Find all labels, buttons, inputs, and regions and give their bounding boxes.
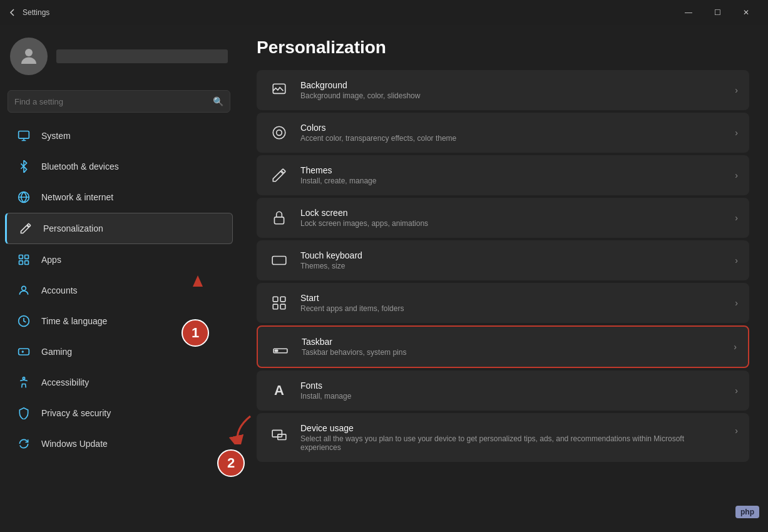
setting-themes[interactable]: Themes Install, create, manage › [257, 155, 749, 195]
page-title: Personalization [257, 38, 749, 58]
background-desc: Background image, color, slideshow [300, 91, 725, 100]
sidebar-item-bluetooth[interactable]: Bluetooth & devices [5, 151, 233, 182]
setting-touch-keyboard[interactable]: Touch keyboard Themes, size › [257, 240, 749, 280]
annotation-circle-2: 2 [217, 449, 245, 477]
sidebar-item-network[interactable]: Network & internet [5, 182, 233, 212]
sidebar-item-personalization-label: Personalization [43, 223, 103, 233]
sidebar-item-windows-update[interactable]: Windows Update [5, 429, 233, 459]
svg-point-0 [25, 49, 33, 56]
fonts-text: Fonts Install, manage [300, 381, 725, 401]
setting-device-usage[interactable]: Device usage Select all the ways you pla… [257, 413, 749, 462]
accounts-icon [15, 282, 33, 299]
annotation-circle-1: 1 [182, 319, 209, 347]
user-section [0, 25, 238, 88]
avatar [10, 38, 48, 75]
network-icon [15, 188, 33, 206]
sidebar-item-network-label: Network & internet [41, 192, 113, 202]
start-name: Start [300, 293, 725, 303]
svg-point-9 [23, 377, 24, 379]
setting-background[interactable]: Background Background image, color, slid… [257, 70, 749, 110]
content-area: 🔍 System B [0, 25, 768, 532]
svg-rect-3 [25, 255, 29, 259]
window-title: Settings [23, 8, 49, 17]
lock-screen-chevron: › [735, 213, 738, 223]
username-bar [56, 49, 228, 63]
setting-colors[interactable]: Colors Accent color, transparency effect… [257, 113, 749, 153]
titlebar: Settings — ☐ ✕ [0, 0, 768, 25]
nav-list: System Bluetooth & devices N [0, 120, 238, 459]
touch-keyboard-text: Touch keyboard Themes, size [300, 250, 725, 270]
taskbar-name: Taskbar [302, 337, 724, 347]
maximize-button[interactable]: ☐ [703, 0, 732, 25]
touch-keyboard-desc: Themes, size [300, 262, 725, 270]
back-icon[interactable] [8, 8, 18, 18]
sidebar-item-accessibility[interactable]: Accessibility [5, 367, 233, 397]
svg-point-6 [22, 286, 26, 290]
start-icon [268, 292, 290, 314]
themes-desc: Install, create, manage [300, 176, 725, 185]
setting-taskbar[interactable]: Taskbar Taskbar behaviors, system pins › [257, 325, 749, 368]
setting-fonts[interactable]: A Fonts Install, manage › [257, 371, 749, 411]
colors-desc: Accent color, transparency effects, colo… [300, 134, 725, 143]
sidebar-item-privacy[interactable]: Privacy & security [5, 398, 233, 428]
svg-rect-13 [274, 217, 284, 224]
accessibility-icon [15, 374, 33, 391]
gaming-icon [15, 343, 33, 361]
svg-rect-20 [275, 350, 277, 351]
svg-point-11 [273, 126, 285, 139]
background-text: Background Background image, color, slid… [300, 80, 725, 100]
fonts-chevron: › [735, 386, 738, 396]
search-box[interactable]: 🔍 [8, 90, 230, 113]
sidebar-item-privacy-label: Privacy & security [41, 408, 111, 418]
background-chevron: › [735, 85, 738, 95]
lock-screen-desc: Lock screen images, apps, animations [300, 219, 725, 228]
window: Settings — ☐ ✕ [0, 0, 768, 532]
svg-point-12 [277, 130, 282, 136]
touch-keyboard-icon [268, 249, 290, 272]
settings-window: Settings — ☐ ✕ [0, 0, 768, 532]
fonts-icon: A [268, 379, 290, 402]
taskbar-chevron: › [734, 342, 737, 352]
svg-rect-1 [19, 131, 29, 139]
svg-rect-2 [19, 255, 23, 259]
svg-rect-18 [280, 304, 285, 309]
svg-rect-14 [272, 257, 286, 265]
touch-keyboard-chevron: › [735, 255, 738, 265]
sidebar-item-apps[interactable]: Apps [5, 245, 233, 275]
start-desc: Recent apps and items, folders [300, 304, 725, 313]
fonts-name: Fonts [300, 381, 725, 391]
main-content: Personalization Background Background im… [238, 25, 768, 532]
setting-lock-screen[interactable]: Lock screen Lock screen images, apps, an… [257, 198, 749, 238]
user-avatar-icon [18, 45, 40, 68]
colors-icon [268, 121, 290, 144]
lock-screen-name: Lock screen [300, 208, 725, 218]
device-usage-name: Device usage [300, 423, 725, 433]
device-usage-chevron: › [735, 426, 738, 436]
sidebar-item-time-label: Time & language [41, 316, 107, 326]
start-text: Start Recent apps and items, folders [300, 293, 725, 313]
taskbar-desc: Taskbar behaviors, system pins [302, 348, 724, 357]
themes-name: Themes [300, 165, 725, 175]
minimize-button[interactable]: — [674, 0, 703, 25]
sidebar-item-personalization[interactable]: Personalization [5, 213, 233, 244]
sidebar-item-apps-label: Apps [41, 255, 61, 265]
setting-start[interactable]: Start Recent apps and items, folders › [257, 283, 749, 323]
time-icon [15, 312, 33, 330]
colors-chevron: › [735, 128, 738, 138]
apps-icon [15, 251, 33, 269]
taskbar-text: Taskbar Taskbar behaviors, system pins [302, 337, 724, 357]
background-name: Background [300, 80, 725, 90]
privacy-icon [15, 404, 33, 422]
sidebar-item-gaming-label: Gaming [41, 347, 72, 357]
device-usage-desc: Select all the ways you plan to use your… [300, 434, 725, 452]
sidebar-item-system-label: System [41, 131, 71, 141]
sidebar-item-system[interactable]: System [5, 121, 233, 151]
php-badge: php [735, 506, 759, 518]
device-usage-text: Device usage Select all the ways you pla… [300, 423, 725, 452]
background-icon [268, 79, 290, 101]
close-button[interactable]: ✕ [732, 0, 760, 25]
themes-text: Themes Install, create, manage [300, 165, 725, 185]
system-icon [15, 127, 33, 145]
search-input[interactable] [14, 97, 208, 106]
windows-update-icon [15, 435, 33, 453]
